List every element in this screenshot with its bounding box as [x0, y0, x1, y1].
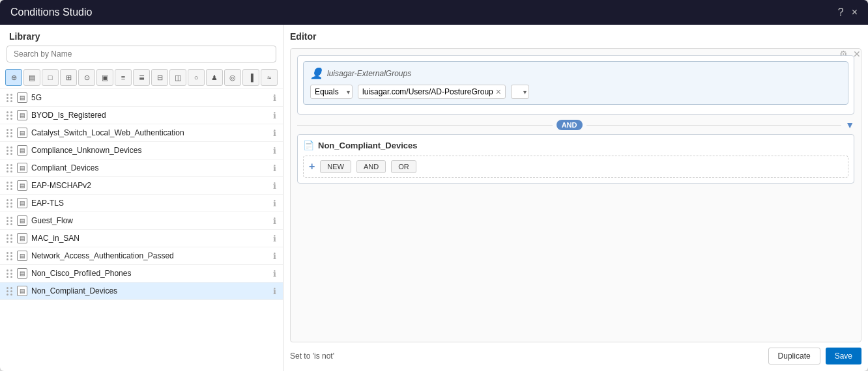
- item-label: Non_Cisco_Profiled_Phones: [31, 269, 269, 278]
- library-item[interactable]: ▤ MAC_in_SAN ℹ: [0, 230, 283, 247]
- save-button[interactable]: Save: [826, 348, 861, 364]
- item-icon: ▤: [17, 92, 27, 103]
- wifi-icon-btn[interactable]: ≈: [261, 69, 278, 86]
- and-expand-icon[interactable]: ▼: [845, 120, 854, 130]
- info-icon[interactable]: ℹ: [273, 216, 276, 226]
- drag-handle: [7, 146, 13, 155]
- item-icon: ▤: [17, 198, 27, 208]
- drag-handle: [7, 287, 13, 295]
- drag-handle: [7, 252, 13, 260]
- library-item[interactable]: ▤ Compliance_Unknown_Devices ℹ: [0, 142, 283, 159]
- editor-content: ⚙ ✕ 👤 luisagar-ExternalGroups: [290, 48, 861, 342]
- location-icon-btn[interactable]: ⊕: [5, 69, 22, 86]
- user-icon-btn[interactable]: ♟: [206, 69, 223, 86]
- library-item[interactable]: ▤ Non_Compliant_Devices ℹ: [0, 282, 283, 300]
- condition-group-header: 👤 luisagar-ExternalGroups: [310, 67, 841, 79]
- info-icon[interactable]: ℹ: [273, 286, 276, 296]
- library-list: ▤ 5G ℹ ▤ BYOD_Is_Registered ℹ ▤ Catalyst…: [0, 89, 283, 371]
- item-icon: ▤: [17, 128, 27, 138]
- and-badge[interactable]: AND: [557, 120, 583, 130]
- info-icon[interactable]: ℹ: [273, 199, 276, 208]
- drag-handle: [7, 111, 13, 120]
- drag-handle: [7, 234, 13, 243]
- group-icon-btn[interactable]: ⊞: [60, 69, 77, 86]
- info-icon[interactable]: ℹ: [273, 111, 276, 120]
- modal-body: Library ⊕ ▤ □ ⊞ ⊙ ▣ ≡ ≣ ⊟ ◫ ○ ♟ ◎ ▐ ≈: [0, 25, 868, 371]
- item-icon: ▤: [17, 268, 27, 279]
- and-line-right: [586, 125, 842, 126]
- library-item[interactable]: ▤ Catalyst_Switch_Local_Web_Authenticati…: [0, 124, 283, 142]
- library-item[interactable]: ▤ Compliant_Devices ℹ: [0, 159, 283, 177]
- search-input[interactable]: [7, 46, 276, 62]
- and-btn[interactable]: AND: [356, 160, 386, 173]
- monitor-icon-btn[interactable]: ▣: [96, 69, 113, 86]
- user-group-icon: 👤: [310, 67, 323, 79]
- and-operator: AND ▼: [297, 120, 854, 130]
- header-icons: ? ×: [838, 7, 858, 18]
- condition-value-chip: luisagar.com/Users/AD-PostureGroup ×: [358, 85, 506, 99]
- add-condition-btn[interactable]: +: [309, 161, 315, 172]
- info-icon[interactable]: ℹ: [273, 181, 276, 191]
- chart-icon-btn[interactable]: ◫: [169, 69, 186, 86]
- condition-inputs-row: Equals luisagar.com/Users/AD-PostureGrou…: [310, 85, 841, 99]
- nc-document-icon: 📄: [303, 140, 314, 150]
- drag-handle: [7, 164, 13, 172]
- info-icon[interactable]: ℹ: [273, 93, 276, 103]
- item-label: BYOD_Is_Registered: [31, 111, 269, 120]
- editor-footer: Set to 'is not' Duplicate Save: [290, 342, 861, 364]
- or-btn[interactable]: OR: [391, 160, 416, 173]
- modal-title: Conditions Studio: [10, 7, 92, 18]
- library-item[interactable]: ▤ Guest_Flow ℹ: [0, 212, 283, 230]
- library-item[interactable]: ▤ BYOD_Is_Registered ℹ: [0, 107, 283, 124]
- drag-handle: [7, 182, 13, 190]
- grid-icon-btn[interactable]: ⊟: [151, 69, 168, 86]
- library-item[interactable]: ▤ 5G ℹ: [0, 89, 283, 107]
- editor-title: Editor: [290, 31, 861, 42]
- new-btn[interactable]: NEW: [320, 160, 351, 173]
- settings-icon-btn[interactable]: ⊙: [78, 69, 95, 86]
- condition-group-name: luisagar-ExternalGroups: [327, 69, 411, 78]
- square-icon-btn[interactable]: □: [42, 69, 59, 86]
- item-label: EAP-MSCHAPv2: [31, 181, 269, 190]
- item-icon: ▤: [17, 163, 27, 173]
- equals-wrapper: Equals: [310, 85, 353, 99]
- equals-select[interactable]: Equals: [310, 85, 353, 99]
- item-icon: ▤: [17, 215, 27, 226]
- list-icon-btn[interactable]: ≣: [133, 69, 150, 86]
- outer-condition-block: 👤 luisagar-ExternalGroups Equals: [297, 55, 854, 115]
- info-icon[interactable]: ℹ: [273, 146, 276, 156]
- screen-icon-btn[interactable]: ▤: [23, 69, 40, 86]
- info-icon[interactable]: ℹ: [273, 251, 276, 261]
- item-label: Catalyst_Switch_Local_Web_Authentication: [31, 128, 269, 137]
- editor-wrapper: ⚙ ✕ 👤 luisagar-ExternalGroups: [290, 48, 861, 364]
- item-icon: ▤: [17, 251, 27, 261]
- modal-header: Conditions Studio ? ×: [0, 0, 868, 25]
- item-label: EAP-TLS: [31, 199, 269, 208]
- info-icon[interactable]: ℹ: [273, 269, 276, 279]
- duplicate-button[interactable]: Duplicate: [768, 348, 820, 364]
- inner-condition-external-groups: 👤 luisagar-ExternalGroups Equals: [303, 61, 848, 105]
- layers-icon-btn[interactable]: ≡: [115, 69, 132, 86]
- close-icon[interactable]: ×: [852, 7, 858, 18]
- drag-handle: [7, 217, 13, 225]
- library-panel: Library ⊕ ▤ □ ⊞ ⊙ ▣ ≡ ≣ ⊟ ◫ ○ ♟ ◎ ▐ ≈: [0, 25, 283, 371]
- remove-value-btn[interactable]: ×: [496, 87, 501, 96]
- item-label: MAC_in_SAN: [31, 234, 269, 243]
- library-item[interactable]: ▤ Non_Cisco_Profiled_Phones ℹ: [0, 265, 283, 282]
- library-item[interactable]: ▤ EAP-MSCHAPv2 ℹ: [0, 177, 283, 195]
- library-item[interactable]: ▤ Network_Access_Authentication_Passed ℹ: [0, 247, 283, 265]
- help-icon[interactable]: ?: [838, 7, 844, 18]
- value-dropdown-select[interactable]: [511, 85, 529, 99]
- and-line-left: [297, 125, 553, 126]
- item-icon: ▤: [17, 233, 27, 243]
- item-label: Compliant_Devices: [31, 163, 269, 172]
- bar-icon-btn[interactable]: ▐: [242, 69, 259, 86]
- circle-icon-btn[interactable]: ○: [188, 69, 205, 86]
- library-item[interactable]: ▤ EAP-TLS ℹ: [0, 195, 283, 212]
- editor-panel: Editor ⚙ ✕ 👤 luisagar-Exter: [283, 25, 868, 371]
- item-icon: ▤: [17, 286, 27, 296]
- info-icon[interactable]: ℹ: [273, 128, 276, 138]
- target-icon-btn[interactable]: ◎: [224, 69, 241, 86]
- info-icon[interactable]: ℹ: [273, 163, 276, 173]
- info-icon[interactable]: ℹ: [273, 234, 276, 243]
